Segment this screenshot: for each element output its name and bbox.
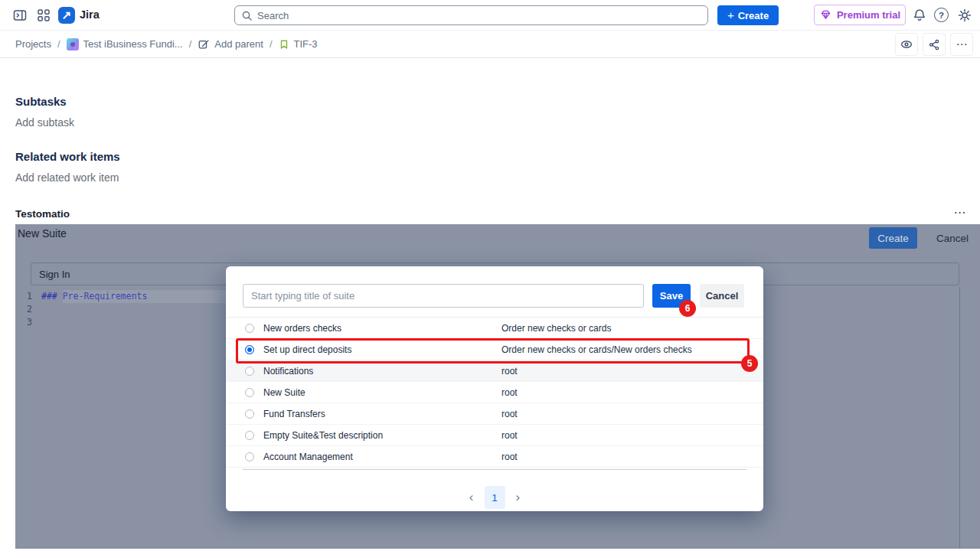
suite-row-label: New orders checks (263, 323, 341, 334)
suite-row-label: Set up direct deposits (263, 344, 351, 355)
suite-row-path: root (501, 452, 518, 462)
breadcrumb-separator: / (189, 38, 192, 50)
jira-logo-icon[interactable]: ↗ (58, 7, 75, 24)
watch-eye-icon[interactable] (895, 33, 918, 56)
breadcrumb-issue-key[interactable]: TIF-3 (279, 38, 318, 50)
suite-row-path: Order new checks or cards (501, 323, 611, 334)
create-button-label: Create (738, 10, 769, 21)
add-parent-label: Add parent (214, 38, 263, 50)
add-related-work-item-button[interactable]: Add related work item (15, 171, 119, 184)
breadcrumb-separator: / (270, 38, 273, 50)
line-number: 2 (15, 303, 41, 316)
radio-unchecked-icon[interactable] (245, 388, 254, 397)
suite-row-selected[interactable]: Set up direct deposits Order new checks … (226, 339, 763, 360)
chevron-left-icon[interactable]: ‹ (469, 486, 474, 509)
more-actions-icon[interactable]: ⋯ (950, 33, 973, 56)
issue-key-label: TIF-3 (294, 38, 318, 50)
suite-row-path: Order new checks or cards/New orders che… (501, 344, 692, 355)
bookmark-icon (279, 39, 289, 50)
breadcrumb-projects[interactable]: Projects (15, 38, 51, 50)
breadcrumb-bar: Projects / Test iBusiness Fundi... / Add… (0, 31, 980, 58)
save-button[interactable]: Save (652, 284, 691, 308)
help-icon[interactable]: ? (934, 8, 949, 22)
create-button[interactable]: + Create (717, 5, 779, 25)
suite-row-label: Fund Transfers (263, 409, 325, 419)
search-icon (241, 10, 253, 21)
subtasks-heading: Subtasks (15, 95, 67, 108)
jira-page: ↗ Jira + Create Premium trial (0, 0, 980, 551)
panel-cancel-button[interactable]: Cancel (929, 227, 976, 249)
suite-row[interactable]: New orders checks Order new checks or ca… (226, 318, 763, 339)
radio-checked-icon[interactable] (245, 345, 254, 354)
suite-row[interactable]: Fund Transfers root (226, 403, 763, 425)
global-search[interactable] (234, 5, 708, 25)
radio-unchecked-icon[interactable] (245, 367, 254, 376)
breadcrumb-separator: / (57, 38, 60, 50)
radio-unchecked-icon[interactable] (245, 409, 254, 419)
suite-row[interactable]: Empty Suite&Test description root (226, 425, 763, 446)
app-switcher-icon[interactable] (36, 8, 51, 23)
breadcrumb-project-label: Test iBusiness Fundi... (83, 38, 183, 50)
gem-icon (819, 8, 832, 21)
top-navbar: ↗ Jira + Create Premium trial (0, 0, 980, 31)
radio-unchecked-icon[interactable] (245, 431, 254, 440)
suite-picker-modal: Save Cancel New orders checks Order new … (226, 266, 763, 511)
suite-row[interactable]: Account Management root (226, 446, 763, 468)
expand-sidebar-icon[interactable] (12, 8, 28, 23)
plus-icon: + (727, 8, 734, 21)
testomatio-more-icon[interactable]: ⋯ (951, 205, 969, 220)
edit-icon (198, 38, 210, 51)
breadcrumb: Projects / Test iBusiness Fundi... / Add… (15, 31, 318, 57)
panel-create-button[interactable]: Create (869, 227, 917, 249)
add-parent-button[interactable]: Add parent (198, 38, 263, 51)
breadcrumb-project[interactable]: Test iBusiness Fundi... (67, 38, 183, 51)
page-number[interactable]: 1 (485, 486, 505, 509)
suite-row-label: Empty Suite&Test description (263, 430, 383, 441)
chevron-right-icon[interactable]: › (516, 486, 521, 509)
share-icon[interactable] (923, 33, 946, 56)
related-work-items-heading: Related work items (15, 150, 120, 163)
testomatio-heading: Testomatio (15, 208, 70, 220)
issue-actions: ⋯ (895, 33, 973, 56)
modal-cancel-button[interactable]: Cancel (700, 284, 744, 308)
list-bottom-divider (243, 469, 746, 470)
notifications-bell-icon[interactable] (912, 8, 927, 23)
suite-row-path: root (501, 366, 518, 377)
project-avatar (67, 38, 79, 51)
premium-trial-label: Premium trial (837, 9, 900, 21)
suite-row-path: root (501, 430, 518, 441)
radio-unchecked-icon[interactable] (245, 452, 254, 461)
suite-row-label: Account Management (263, 452, 353, 462)
editor-right-border (959, 287, 960, 549)
app-name: Jira (80, 8, 100, 21)
radio-unchecked-icon[interactable] (245, 324, 254, 333)
premium-trial-button[interactable]: Premium trial (814, 5, 906, 25)
suite-row-label: Notifications (263, 366, 313, 377)
add-subtask-button[interactable]: Add subtask (15, 116, 74, 129)
suite-row[interactable]: Notifications root (226, 360, 763, 382)
line-number: 1 (15, 290, 41, 303)
suite-row-path: root (501, 409, 518, 419)
suite-row[interactable]: New Suite root (226, 382, 763, 403)
pagination: ‹ 1 › (226, 485, 763, 510)
search-input[interactable] (257, 10, 701, 21)
suite-row-path: root (501, 387, 518, 398)
suite-search-input[interactable] (243, 284, 644, 308)
new-suite-title: New Suite (18, 227, 67, 240)
suite-list: New orders checks Order new checks or ca… (226, 318, 763, 468)
line-number: 3 (15, 316, 41, 329)
suite-row-label: New Suite (263, 387, 305, 398)
settings-gear-icon[interactable] (957, 8, 972, 23)
